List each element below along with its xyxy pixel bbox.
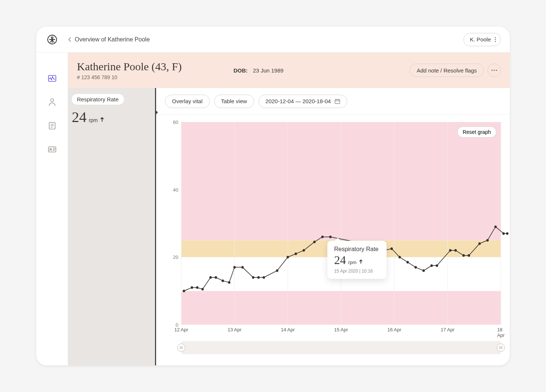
nav-patient-icon[interactable] [48,98,57,107]
user-menu-label: K. Poole [470,36,491,43]
x-tick: 13 Apr [228,327,242,332]
arrow-up-icon [100,117,104,122]
y-tick: 60 [173,119,178,125]
kebab-icon [495,37,496,42]
svg-point-50 [398,256,401,258]
patient-record-id: # 123 456 789 10 [77,74,182,80]
scrubber-handle-right[interactable] [497,344,505,352]
svg-point-1 [51,37,53,38]
y-tick: 20 [173,254,178,260]
svg-point-4 [495,41,496,42]
main-content: Overlay vital Table view 2020-12-04 — 20… [156,88,510,365]
date-range-label: 2020-12-04 — 2020-18-04 [266,98,331,104]
x-tick: 18 Apr [497,327,505,338]
svg-point-56 [449,249,451,252]
patient-header: Katherine Poole (43, F) # 123 456 789 10… [68,53,510,88]
svg-point-42 [313,241,316,243]
patient-more-button[interactable] [488,64,501,77]
x-tick: 15 Apr [334,327,348,332]
svg-point-57 [454,249,456,252]
svg-point-63 [502,232,505,235]
reset-graph-button[interactable]: Reset graph [457,126,496,138]
svg-point-31 [222,280,224,282]
vital-number: 24 [72,108,87,126]
svg-point-30 [215,276,217,279]
dob-value: 23 Jun 1989 [253,67,284,74]
tooltip-timestamp: 15 Apr 2020 | 10:16 [334,268,380,274]
vital-unit: rpm [89,117,98,123]
svg-point-61 [486,239,489,241]
table-view-button[interactable]: Table view [214,95,254,108]
tooltip-value: 24 [334,253,346,267]
svg-point-40 [294,253,297,255]
chart-tooltip: Respiratory Rate 24 rpm 15 Apr 2020 | 10… [327,241,387,279]
chart-plot[interactable]: Reset graph Respiratory Rate 24 rpm 15 A… [181,122,501,325]
svg-point-59 [468,254,470,257]
x-axis: 12 Apr13 Apr14 Apr15 Apr16 Apr17 Apr18 A… [181,327,501,336]
svg-point-62 [494,226,496,228]
svg-point-58 [462,254,465,257]
svg-point-53 [422,269,425,272]
svg-point-60 [478,242,481,245]
svg-point-34 [241,266,243,268]
breadcrumb-label: Overview of Katherine Poole [75,36,150,43]
chart-area: 0204060 Reset graph Respiratory Rate 24 … [156,115,510,365]
svg-point-39 [287,256,289,258]
svg-point-26 [191,286,193,289]
svg-point-38 [276,269,278,272]
svg-point-54 [431,264,433,267]
svg-point-12 [496,70,497,71]
x-tick: 12 Apr [174,327,188,332]
x-tick: 17 Apr [441,327,455,332]
svg-point-49 [391,247,393,250]
patient-dob: DOB: 23 Jun 1989 [233,67,283,74]
arrow-up-icon [359,259,363,264]
patient-name: Katherine Poole (43, F) [77,60,182,73]
x-tick: 14 Apr [281,327,295,332]
svg-point-43 [321,236,323,238]
nav-notes-icon[interactable] [48,121,57,130]
chart-toolbar: Overlay vital Table view 2020-12-04 — 20… [156,88,510,115]
svg-point-52 [414,266,417,268]
svg-point-41 [303,249,305,252]
svg-point-32 [228,281,230,284]
svg-point-28 [201,288,203,291]
x-tick: 16 Apr [387,327,401,332]
svg-point-10 [492,70,493,71]
svg-point-6 [51,99,54,102]
y-tick: 40 [173,187,178,192]
svg-point-27 [196,286,198,289]
svg-point-44 [329,236,331,238]
time-scrubber[interactable] [181,341,501,354]
date-range-picker[interactable]: 2020-12-04 — 2020-18-04 [259,95,348,108]
overlay-vital-button[interactable]: Overlay vital [165,95,210,108]
svg-point-55 [436,264,438,267]
nav-vitals-icon[interactable] [48,74,57,83]
app-logo-icon [47,34,58,45]
user-menu[interactable]: K. Poole [464,33,501,46]
vital-panel: Respiratory Rate 24 rpm [68,88,156,365]
dots-icon [491,70,497,71]
nav-id-icon[interactable] [48,145,57,154]
calendar-icon [334,98,340,104]
back-breadcrumb[interactable]: Overview of Katherine Poole [68,36,150,43]
vital-value: 24 rpm [72,108,151,126]
svg-point-51 [407,261,409,264]
svg-point-29 [209,276,212,279]
svg-point-3 [495,39,496,40]
chevron-left-icon [68,37,72,43]
app-frame: Overview of Katherine Poole K. Poole Kat… [36,27,510,365]
svg-rect-13 [335,99,340,104]
tooltip-title: Respiratory Rate [334,246,380,253]
add-note-button[interactable]: Add note / Resolve flags [410,64,484,77]
topbar: Overview of Katherine Poole K. Poole [36,27,510,53]
dob-label: DOB: [233,67,247,74]
svg-point-35 [252,276,254,279]
svg-point-36 [257,276,260,279]
svg-point-33 [233,266,236,268]
svg-point-25 [183,290,185,292]
svg-point-11 [494,70,495,71]
vital-name-chip[interactable]: Respiratory Rate [72,94,124,105]
scrubber-handle-left[interactable] [177,344,185,352]
left-nav-rail [36,53,68,365]
